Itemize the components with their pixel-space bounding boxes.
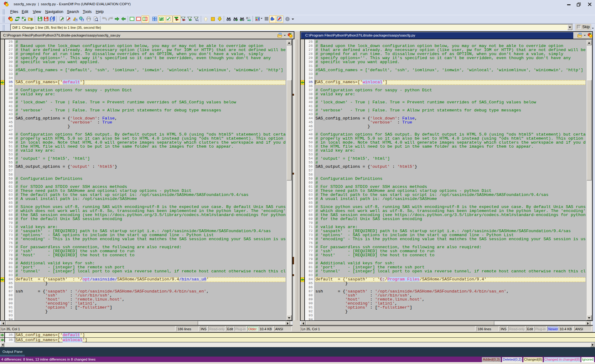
svg-text:AB: AB <box>247 19 251 21</box>
